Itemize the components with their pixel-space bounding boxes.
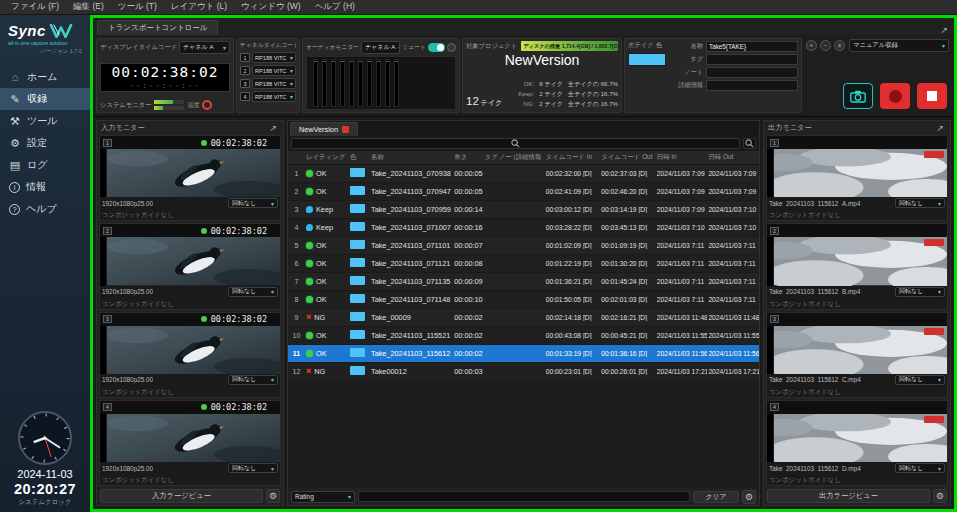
column-header[interactable]: 名称 <box>370 153 453 162</box>
audio-meter-bar <box>358 59 363 107</box>
audio-channel-select[interactable]: チャネル A▾ <box>361 41 400 54</box>
volume-knob[interactable] <box>447 43 456 52</box>
video-thumbnail[interactable] <box>100 149 280 197</box>
panel-timecode: 00:02:38:02 <box>211 402 267 412</box>
take-row[interactable]: 10 OK Take_20241103_115521 00:00:02 00:0… <box>288 327 759 345</box>
search-button[interactable] <box>743 138 756 149</box>
video-thumbnail[interactable] <box>767 237 947 285</box>
gear-icon[interactable]: ⚙ <box>742 490 756 504</box>
menu-item[interactable]: ウィンドウ (W) <box>234 1 308 13</box>
gear-icon[interactable]: ⚙ <box>933 489 947 503</box>
rotation-select[interactable]: 回転なし▾ <box>228 287 278 297</box>
menu-item[interactable]: 編集 (E) <box>66 1 111 13</box>
video-thumbnail[interactable] <box>767 149 947 197</box>
rating-cell: OK <box>305 259 349 268</box>
sidebar-item-0[interactable]: ⌂ ホーム <box>0 66 90 88</box>
expand-icon[interactable]: ↗ <box>934 124 946 133</box>
sidebar-item-1[interactable]: ✎ 収録 <box>0 88 90 110</box>
channel-timecode-select[interactable]: RP188 VITC▾ <box>252 91 296 102</box>
take-row[interactable]: 8 OK Take_20241103_071148 00:00:10 00:01… <box>288 291 759 309</box>
color-cell <box>349 348 370 359</box>
rotation-select[interactable]: 回転なし▾ <box>228 463 278 473</box>
column-header[interactable]: レイティング <box>305 153 349 162</box>
output-large-view-button[interactable]: 出力ラージビュー <box>767 489 930 503</box>
column-header[interactable]: 長さ <box>453 153 484 162</box>
take-row[interactable]: 6 OK Take_20241103_071121 00:00:08 00:01… <box>288 255 759 273</box>
sidebar-item-4[interactable]: ▤ ログ <box>0 154 90 176</box>
record-mode-select[interactable]: マニュアル収録▾ <box>849 39 949 52</box>
clear-button[interactable]: クリア <box>693 491 739 503</box>
tag-field[interactable] <box>706 54 798 65</box>
channel-timecode-row: 3 RP188 VITC▾ <box>240 78 296 89</box>
panel-option-button-3[interactable]: ✳ <box>834 40 845 51</box>
sidebar-item-5[interactable]: i 情報 <box>0 176 90 198</box>
snapshot-button[interactable] <box>843 83 873 109</box>
column-header[interactable]: 詳細情報 <box>515 153 545 162</box>
column-header[interactable]: 日時 Out <box>707 153 759 162</box>
channel-timecode-select[interactable]: RP188 VITC▾ <box>252 65 296 76</box>
video-thumbnail[interactable] <box>100 237 280 285</box>
display-channel-select[interactable]: チャネル A▾ <box>179 41 230 54</box>
menu-item[interactable]: レイアウト (L) <box>164 1 234 13</box>
video-thumbnail[interactable] <box>767 414 947 462</box>
detail-info-field[interactable] <box>706 80 798 91</box>
take-row[interactable]: 9 ×NG Take_00009 00:00:02 00:02:14:18 [D… <box>288 309 759 327</box>
panel-option-button-1[interactable]: + <box>806 40 817 51</box>
take-row[interactable]: 4 Keep Take_20241103_071007 00:00:16 00:… <box>288 219 759 237</box>
detail-info-label[interactable]: 詳細情報 <box>676 81 703 90</box>
filter-text-input[interactable] <box>358 491 690 502</box>
panel-option-button-2[interactable]: − <box>820 40 831 51</box>
row-number: 9 <box>288 314 305 321</box>
column-header[interactable]: タイムコード In <box>545 153 601 162</box>
take-name-field[interactable]: Take5{TAKE} <box>706 41 798 52</box>
mute-toggle[interactable] <box>428 43 445 52</box>
note-field[interactable] <box>706 67 798 78</box>
column-header[interactable]: ノート <box>498 153 515 162</box>
take-row[interactable]: 11 OK Take_20241103_115612 00:00:02 00:0… <box>288 345 759 363</box>
take-row[interactable]: 3 Keep Take_20241103_070959 00:00:14 00:… <box>288 201 759 219</box>
rotation-select[interactable]: 回転なし▾ <box>895 375 945 385</box>
take-row[interactable]: 7 OK Take_20241103_071135 00:00:09 00:01… <box>288 273 759 291</box>
sidebar-item-2[interactable]: ⚒ ツール <box>0 110 90 132</box>
search-input[interactable] <box>291 138 740 149</box>
take-row[interactable]: 2 OK Take_20241103_070947 00:00:05 00:02… <box>288 183 759 201</box>
channel-timecode-select[interactable]: RP188 VITC▾ <box>252 52 296 63</box>
menu-item[interactable]: ツール (T) <box>111 1 164 13</box>
project-tab[interactable]: NewVersion <box>290 122 358 136</box>
brand-w-mark <box>49 24 73 38</box>
gear-icon[interactable]: ⚙ <box>266 489 280 503</box>
record-button[interactable] <box>880 83 910 109</box>
column-header[interactable]: タイムコード Out <box>600 153 656 162</box>
channel-timecode-select[interactable]: RP188 VITC▾ <box>252 78 296 89</box>
rating-cell: ×NG <box>305 313 349 322</box>
column-header[interactable]: タグ <box>484 153 498 162</box>
rotation-select[interactable]: 回転なし▾ <box>895 287 945 297</box>
sidebar-item-6[interactable]: ? ヘルプ <box>0 198 90 220</box>
take-name: Take_20241103_071135 <box>370 277 453 286</box>
video-thumbnail[interactable] <box>767 326 947 374</box>
rotation-select[interactable]: 回転なし▾ <box>228 375 278 385</box>
rating-filter-select[interactable]: Rating▾ <box>291 491 355 503</box>
timecode-in: 00:01:50:05 [D] <box>545 296 601 303</box>
take-row[interactable]: 1 OK Take_20241103_070938 00:00:05 00:02… <box>288 165 759 183</box>
column-header[interactable]: 日時 In <box>656 153 708 162</box>
column-header[interactable]: 色 <box>349 153 370 162</box>
transport-tab[interactable]: トランスポートコントロール <box>97 20 218 35</box>
expand-icon[interactable]: ↗ <box>267 124 279 133</box>
video-thumbnail[interactable] <box>100 414 280 462</box>
chevron-down-icon: ▾ <box>938 288 941 295</box>
video-thumbnail[interactable] <box>100 326 280 374</box>
expand-icon[interactable]: ↗ <box>938 26 950 35</box>
stop-button[interactable] <box>917 83 947 109</box>
timecode-out: 00:01:09:19 [D] <box>600 242 656 249</box>
menu-item[interactable]: ファイル (F) <box>4 1 66 13</box>
rotation-select[interactable]: 回転なし▾ <box>895 463 945 473</box>
take-row[interactable]: 12 ×NG Take00012 00:00:03 00:00:23:01 [D… <box>288 363 759 381</box>
rotation-select[interactable]: 回転なし▾ <box>228 198 278 208</box>
input-large-view-button[interactable]: 入力ラージビュー <box>100 489 263 503</box>
next-take-color-swatch[interactable] <box>628 53 666 66</box>
sidebar-item-3[interactable]: ⚙ 設定 <box>0 132 90 154</box>
take-row[interactable]: 5 OK Take_20241103_071101 00:00:07 00:01… <box>288 237 759 255</box>
rotation-select[interactable]: 回転なし▾ <box>895 198 945 208</box>
menu-item[interactable]: ヘルプ (H) <box>308 1 362 13</box>
